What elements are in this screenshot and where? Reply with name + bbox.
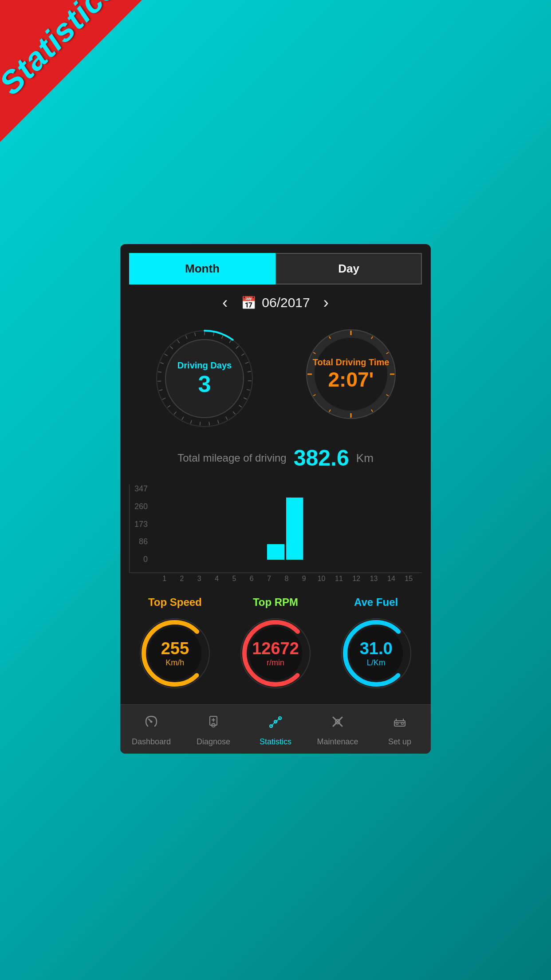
total-driving-time-label: Total Driving Time (313, 357, 390, 368)
x-label-8: 8 (279, 575, 294, 583)
diagnose-icon (205, 714, 221, 734)
svg-line-31 (195, 332, 196, 336)
maintenance-icon (330, 714, 346, 734)
total-driving-time-value: 2:07' (313, 368, 390, 391)
top-speed-value: 255 (161, 639, 189, 658)
driving-days-inner: Driving Days 3 (177, 360, 232, 397)
svg-line-18 (191, 420, 192, 424)
chart-bar-col-11 (324, 489, 341, 560)
nav-diagnose[interactable]: Diagnose (182, 705, 244, 754)
chart-bar-col-10 (305, 489, 322, 560)
svg-line-15 (218, 420, 219, 423)
driving-days-value: 3 (177, 371, 232, 397)
clock-inner: Total Driving Time 2:07' (313, 357, 390, 391)
tab-day[interactable]: Day (276, 253, 422, 285)
svg-line-21 (167, 405, 170, 407)
prev-arrow[interactable]: ‹ (222, 293, 228, 312)
nav-dashboard[interactable]: Dashboard (120, 705, 182, 754)
driving-days-gauge: Driving Days 3 (151, 325, 258, 432)
driving-days-label: Driving Days (177, 360, 232, 371)
nav-maintenance-label: Maintenace (317, 737, 358, 747)
top-rpm-unit: r/min (252, 658, 299, 668)
chart-bar-col-4 (192, 489, 209, 560)
top-speed-metric: Top Speed 255 Km/h (137, 596, 213, 691)
svg-line-67 (271, 722, 276, 726)
svg-line-30 (186, 336, 187, 339)
svg-line-28 (170, 346, 173, 348)
top-speed-unit: Km/h (161, 658, 189, 668)
top-rpm-label: Top RPM (253, 596, 298, 609)
calendar-icon: 📅 (241, 296, 256, 310)
chart-bar-col-12 (343, 489, 360, 560)
svg-line-17 (200, 422, 201, 426)
chart-bar-8 (267, 544, 284, 560)
svg-line-22 (162, 398, 165, 400)
top-rpm-value: 12672 (252, 639, 299, 658)
ave-fuel-unit: L/Km (360, 658, 393, 668)
chart-bar-col-7 (248, 489, 266, 560)
top-rpm-metric: Top RPM 12672 r/min (238, 596, 313, 691)
ave-fuel-value: 31.0 (360, 639, 393, 658)
svg-line-5 (236, 346, 239, 349)
mileage-row: Total mileage of driving 382.6 Km (120, 441, 431, 480)
svg-line-16 (209, 422, 209, 425)
x-label-4: 4 (209, 575, 224, 583)
nav-diagnose-label: Diagnose (197, 737, 230, 747)
chart-bar-col-9 (286, 489, 303, 560)
svg-line-12 (239, 405, 242, 407)
nav-setup-label: Set up (388, 737, 411, 747)
x-label-2: 2 (174, 575, 189, 583)
chart-bar-col-2 (154, 489, 171, 560)
setup-icon (392, 714, 408, 734)
x-label-15: 15 (401, 575, 417, 583)
chart-bar-col-1 (135, 489, 152, 560)
nav-setup[interactable]: Set up (369, 705, 431, 754)
bottom-nav: Dashboard Diagnose Statistics Maintenace… (120, 704, 431, 754)
svg-line-29 (177, 340, 180, 343)
mileage-value: 382.6 (294, 445, 349, 471)
chart-bar-9 (286, 498, 303, 560)
x-label-6: 6 (244, 575, 260, 583)
nav-statistics[interactable]: Statistics (244, 705, 307, 754)
top-rpm-gauge: 12672 r/min (238, 616, 313, 691)
x-label-5: 5 (226, 575, 242, 583)
tab-month[interactable]: Month (129, 253, 276, 285)
date-nav: ‹ 📅 06/2017 › (120, 285, 431, 321)
svg-line-3 (222, 336, 223, 339)
gauges-row: Driving Days 3 (120, 321, 431, 441)
svg-line-27 (165, 354, 168, 356)
corner-banner: Statistics (0, 0, 142, 142)
phone-card: Month Day ‹ 📅 06/2017 › (120, 244, 431, 754)
x-label-9: 9 (296, 575, 312, 583)
date-display: 📅 06/2017 (241, 295, 310, 310)
chart-bar-col-15 (399, 489, 417, 560)
svg-line-13 (233, 411, 235, 414)
svg-line-26 (160, 363, 164, 364)
x-label-11: 11 (331, 575, 346, 583)
svg-line-8 (248, 371, 251, 372)
svg-line-4 (229, 340, 232, 343)
x-label-13: 13 (366, 575, 382, 583)
svg-line-14 (226, 417, 228, 420)
top-speed-label: Top Speed (148, 596, 202, 609)
statistics-icon (268, 714, 283, 734)
metrics-row: Top Speed 255 Km/h Top RPM (120, 587, 431, 704)
nav-maintenance[interactable]: Maintenace (307, 705, 369, 754)
chart-bar-col-13 (362, 489, 379, 560)
x-label-10: 10 (314, 575, 329, 583)
chart-bar-col-5 (210, 489, 228, 560)
corner-banner-text: Statistics (0, 0, 106, 102)
svg-line-7 (245, 362, 248, 364)
nav-statistics-label: Statistics (260, 737, 291, 747)
dashboard-icon (143, 714, 159, 734)
next-arrow[interactable]: › (323, 293, 329, 312)
nav-dashboard-label: Dashboard (132, 737, 171, 747)
svg-line-20 (174, 412, 176, 415)
chart-bar-col-14 (381, 489, 398, 560)
x-label-14: 14 (383, 575, 399, 583)
tab-bar: Month Day (120, 244, 431, 285)
mileage-label: Total mileage of driving (177, 452, 286, 464)
mileage-unit: Km (356, 451, 374, 465)
svg-line-68 (276, 718, 280, 722)
svg-point-59 (150, 721, 153, 723)
